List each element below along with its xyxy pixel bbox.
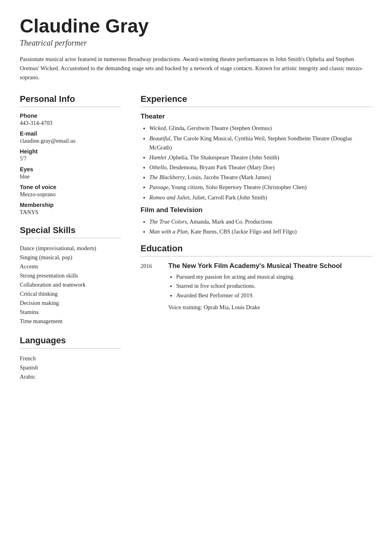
height-value: 5'7 bbox=[20, 155, 121, 162]
film-tv-list: The True Colors, Amanda, Mark and Co. Pr… bbox=[141, 217, 372, 236]
list-item: Othello, Desdemona, Bryant Park Theater … bbox=[149, 163, 372, 172]
left-column: Personal Info Phone 443-314-4703 E-mail … bbox=[20, 94, 133, 391]
height-label: Height bbox=[20, 148, 121, 155]
theater-list: Wicked, Glinda, Gershwin Theatre (Stephe… bbox=[141, 124, 372, 202]
experience-divider bbox=[141, 107, 372, 107]
personal-info-title: Personal Info bbox=[20, 94, 121, 104]
education-bullets: Pursued my passion for acting and musica… bbox=[168, 272, 372, 300]
skills-list: Dance (improvisational, modern) Singing … bbox=[20, 244, 121, 326]
list-item: Collaboration and teamwork bbox=[20, 280, 121, 289]
list-item: Decision making bbox=[20, 299, 121, 308]
personal-info-phone: Phone 443-314-4703 bbox=[20, 113, 121, 126]
education-note: Voice training: Oprah Mia, Louis Drake bbox=[168, 304, 372, 311]
theater-subsection: Theater Wicked, Glinda, Gershwin Theatre… bbox=[141, 113, 372, 202]
membership-label: Membership bbox=[20, 202, 121, 208]
list-item: Arabic bbox=[20, 372, 121, 381]
phone-label: Phone bbox=[20, 113, 121, 119]
list-item: Strong presentation skills bbox=[20, 271, 121, 280]
film-tv-subsection: Film and Television The True Colors, Ama… bbox=[141, 206, 372, 236]
header: Claudine Gray Theatrical performer Passi… bbox=[20, 16, 372, 82]
personal-info-section: Personal Info Phone 443-314-4703 E-mail … bbox=[20, 94, 121, 216]
list-item: Passage, Young citizen, Soho Repertory T… bbox=[149, 183, 372, 192]
list-item: Pursued my passion for acting and musica… bbox=[176, 272, 372, 281]
education-content: The New York Film Academy's Musical Thea… bbox=[168, 262, 372, 311]
personal-info-height: Height 5'7 bbox=[20, 148, 121, 162]
list-item: Stamina bbox=[20, 308, 121, 317]
eyes-value: blue bbox=[20, 173, 121, 180]
eyes-label: Eyes bbox=[20, 166, 121, 172]
tone-label: Tone of voice bbox=[20, 184, 121, 190]
languages-list: French Spanish Arabic bbox=[20, 354, 121, 381]
education-title: Education bbox=[141, 243, 372, 254]
languages-divider bbox=[20, 348, 121, 348]
list-item: Man with a Plan, Kate Burns, CBS (Jackie… bbox=[149, 227, 372, 236]
phone-value: 443-314-4703 bbox=[20, 120, 121, 126]
list-item: Romeo and Juliet, Juliet, Carroll Park (… bbox=[149, 193, 372, 202]
personal-info-eyes: Eyes blue bbox=[20, 166, 121, 180]
candidate-name: Claudine Gray bbox=[20, 16, 372, 37]
candidate-summary: Passionate musical actor featured in num… bbox=[20, 55, 372, 82]
education-divider bbox=[141, 256, 372, 256]
languages-title: Languages bbox=[20, 335, 121, 346]
personal-info-email: E-mail claudine.gray@email.us bbox=[20, 130, 121, 144]
list-item: Wicked, Glinda, Gershwin Theatre (Stephe… bbox=[149, 124, 372, 133]
theater-title: Theater bbox=[141, 113, 372, 121]
list-item: Time management bbox=[20, 317, 121, 326]
list-item: Starred in five school productions. bbox=[176, 281, 372, 291]
email-value: claudine.gray@email.us bbox=[20, 138, 121, 144]
list-item: Dance (improvisational, modern) bbox=[20, 244, 121, 253]
experience-title: Experience bbox=[141, 94, 372, 104]
list-item: Awarded Best Performer of 2019. bbox=[176, 291, 372, 300]
list-item: The True Colors, Amanda, Mark and Co. Pr… bbox=[149, 217, 372, 226]
education-section: Education 2016 The New York Film Academy… bbox=[141, 243, 372, 311]
list-item: Critical thinking bbox=[20, 289, 121, 299]
membership-value: TANYS bbox=[20, 209, 121, 216]
email-label: E-mail bbox=[20, 130, 121, 137]
tone-value: Mezzo-soprano bbox=[20, 191, 121, 198]
film-tv-title: Film and Television bbox=[141, 206, 372, 214]
right-column: Experience Theater Wicked, Glinda, Gersh… bbox=[133, 94, 372, 391]
list-item: French bbox=[20, 354, 121, 363]
personal-info-divider bbox=[20, 107, 121, 107]
list-item: Accents bbox=[20, 262, 121, 271]
personal-info-tone: Tone of voice Mezzo-soprano bbox=[20, 184, 121, 198]
education-year: 2016 bbox=[141, 262, 160, 311]
languages-section: Languages French Spanish Arabic bbox=[20, 335, 121, 381]
special-skills-divider bbox=[20, 238, 121, 238]
list-item: Singing (musical, pop) bbox=[20, 253, 121, 262]
education-school: The New York Film Academy's Musical Thea… bbox=[168, 262, 372, 270]
personal-info-membership: Membership TANYS bbox=[20, 202, 121, 216]
special-skills-title: Special Skills bbox=[20, 225, 121, 235]
list-item: Spanish bbox=[20, 363, 121, 372]
list-item: The Blackberry, Louis, Jacobs Theatre (M… bbox=[149, 173, 372, 182]
list-item: Beautiful, The Carole King Musical, Cynt… bbox=[149, 134, 372, 152]
candidate-title: Theatrical performer bbox=[20, 38, 372, 48]
education-entry: 2016 The New York Film Academy's Musical… bbox=[141, 262, 372, 311]
experience-section: Experience Theater Wicked, Glinda, Gersh… bbox=[141, 94, 372, 236]
special-skills-section: Special Skills Dance (improvisational, m… bbox=[20, 225, 121, 326]
list-item: Hamlet ,Ophelia, The Shakespeare Theatre… bbox=[149, 153, 372, 162]
